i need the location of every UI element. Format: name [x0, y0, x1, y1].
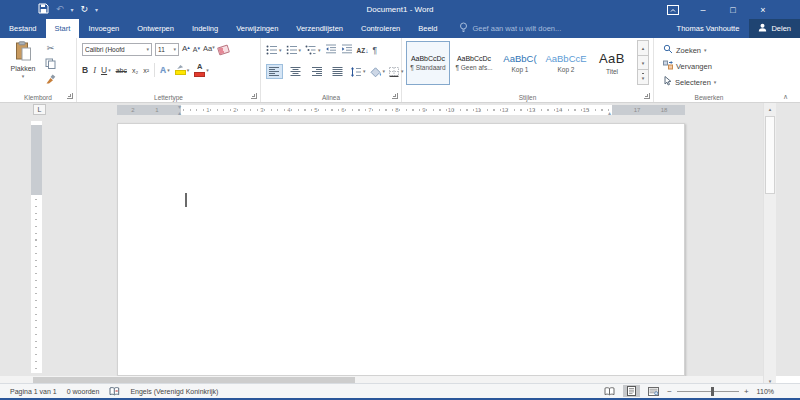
tab-verzendlijsten[interactable]: Verzendlijsten — [287, 19, 352, 38]
undo-icon[interactable]: ↶ — [56, 0, 64, 19]
increase-indent-icon[interactable] — [341, 44, 353, 56]
paste-label: Plakken — [11, 65, 36, 72]
superscript-button[interactable]: x² — [143, 67, 149, 74]
web-layout-icon[interactable] — [645, 385, 662, 397]
align-center-button[interactable] — [287, 64, 304, 79]
zoom-in-button[interactable]: + — [744, 387, 749, 396]
find-button[interactable]: Zoeken ▾ — [663, 44, 716, 56]
copy-icon[interactable] — [44, 58, 57, 69]
numbering-button[interactable]: ▾ — [286, 45, 302, 55]
stijlen-dialog-launcher-icon[interactable] — [644, 93, 650, 99]
tab-start[interactable]: Start — [46, 19, 80, 38]
redo-icon[interactable]: ↻ — [81, 0, 89, 19]
replace-button[interactable]: Vervangen — [663, 60, 716, 72]
italic-button[interactable]: I — [93, 65, 96, 75]
paragraph-controls-row-1: ▾ ▾ ▾ AZ↓ ¶ — [266, 44, 377, 56]
grow-font-button[interactable]: A▴ — [182, 45, 190, 54]
lightbulb-icon — [459, 22, 468, 35]
collapse-ribbon-icon[interactable]: ∧ — [783, 93, 788, 101]
tab-bestand[interactable]: Bestand — [0, 19, 46, 38]
minimize-button[interactable]: – — [688, 0, 718, 19]
vertical-scrollbar-thumb[interactable] — [765, 116, 775, 194]
tab-invoegen[interactable]: Invoegen — [79, 19, 128, 38]
styles-more-icon[interactable]: ▾ — [637, 69, 649, 85]
align-right-button[interactable] — [308, 64, 325, 79]
tab-selector[interactable]: L — [33, 104, 46, 115]
print-layout-icon[interactable] — [623, 385, 640, 397]
alinea-dialog-launcher-icon[interactable] — [392, 93, 398, 99]
style-titel[interactable]: AaB Titel — [590, 41, 634, 85]
vertical-ruler[interactable] — [31, 121, 42, 373]
style-standaard[interactable]: AaBbCcDc ¶ Standaard — [406, 41, 450, 85]
account-name[interactable]: Thomas Vanhoutte — [667, 19, 750, 38]
zoom-out-button[interactable]: − — [667, 387, 672, 396]
highlight-color-button[interactable]: ▾ — [175, 65, 190, 75]
font-name-combobox[interactable]: Calibri (Hoofd ▾ — [82, 43, 152, 56]
ruler-number: 9 — [422, 106, 425, 114]
customize-quick-access-icon[interactable]: ▾ — [95, 6, 98, 13]
justify-button[interactable] — [329, 64, 346, 79]
ribbon-display-options-icon[interactable] — [658, 0, 688, 19]
vertical-scrollbar[interactable]: ▴ ▾ — [763, 103, 776, 386]
shading-button[interactable]: ▾ — [370, 67, 386, 77]
tab-controleren[interactable]: Controleren — [352, 19, 409, 38]
ruler-number: 4 — [287, 106, 290, 114]
maximize-button[interactable]: □ — [718, 0, 748, 19]
undo-dropdown-icon[interactable]: ▾ — [71, 6, 74, 13]
save-icon[interactable] — [38, 3, 49, 16]
styles-scroll-down-icon[interactable]: ▾ — [637, 55, 649, 71]
underline-button[interactable]: U▾ — [101, 65, 111, 75]
change-case-button[interactable]: Aa▾ — [203, 45, 215, 53]
sort-icon[interactable]: AZ↓ — [357, 47, 369, 54]
share-button[interactable]: Delen — [749, 19, 800, 38]
font-controls-row-1: Calibri (Hoofd ▾ 11 ▾ A▴ A▾ Aa▾ — [82, 43, 229, 56]
tab-indeling[interactable]: Indeling — [183, 19, 227, 38]
tab-ontwerpen[interactable]: Ontwerpen — [128, 19, 183, 38]
zoom-slider[interactable] — [677, 391, 739, 392]
tab-beeld[interactable]: Beeld — [409, 19, 446, 38]
zoom-slider-thumb[interactable] — [711, 387, 714, 396]
proofing-book-icon[interactable] — [109, 387, 120, 396]
document-page[interactable] — [117, 123, 685, 376]
clear-formatting-icon[interactable] — [217, 44, 230, 55]
klembord-dialog-launcher-icon[interactable] — [67, 93, 73, 99]
paste-button[interactable]: Plakken ▾ — [6, 41, 40, 87]
styles-scroll-up-icon[interactable]: ▴ — [637, 40, 649, 56]
font-color-button[interactable]: A ▾ — [194, 63, 209, 77]
font-size-combobox[interactable]: 11 ▾ — [155, 43, 179, 56]
cut-icon[interactable]: ✂ — [44, 43, 57, 54]
style-kop-2[interactable]: AaBbCcE Kop 2 — [544, 41, 588, 85]
font-size-dropdown-icon[interactable]: ▾ — [173, 47, 176, 52]
align-left-button[interactable] — [266, 64, 283, 79]
line-spacing-button[interactable]: ▾ — [350, 67, 366, 77]
language-indicator[interactable]: Engels (Verenigd Koninkrijk) — [130, 388, 218, 395]
format-painter-icon[interactable] — [44, 73, 57, 84]
paste-dropdown-icon[interactable]: ▾ — [22, 74, 25, 79]
decrease-indent-icon[interactable] — [325, 44, 337, 56]
tell-me-box[interactable]: Geef aan wat u wilt doen... — [459, 19, 561, 38]
shrink-font-button[interactable]: A▾ — [193, 46, 200, 54]
multilevel-list-button[interactable]: ▾ — [305, 45, 321, 55]
strikethrough-button[interactable]: abc — [116, 67, 127, 74]
style-geen-afstand[interactable]: AaBbCcDc ¶ Geen afs... — [452, 41, 496, 85]
tab-verwijzingen[interactable]: Verwijzingen — [227, 19, 287, 38]
lettertype-dialog-launcher-icon[interactable] — [251, 93, 257, 99]
right-indent-marker[interactable]: ▴ — [608, 110, 611, 116]
word-count[interactable]: 0 woorden — [67, 388, 100, 395]
read-mode-icon[interactable] — [601, 385, 618, 397]
text-effects-button[interactable]: A▾ — [160, 65, 170, 75]
page-indicator[interactable]: Pagina 1 van 1 — [10, 388, 57, 395]
zoom-level[interactable]: 110% — [757, 388, 774, 395]
ruler-number: 18 — [661, 106, 668, 114]
horizontal-ruler[interactable]: 211234567891011121314151718 ▾ ▴ ▴ — [117, 105, 685, 115]
hanging-indent-marker[interactable]: ▴ — [178, 110, 181, 116]
bold-button[interactable]: B — [82, 65, 88, 75]
subscript-button[interactable]: x₂ — [132, 67, 138, 74]
style-kop-1[interactable]: AaBbC( Kop 1 — [498, 41, 542, 85]
show-formatting-marks-icon[interactable]: ¶ — [372, 45, 377, 55]
scroll-up-icon[interactable]: ▴ — [764, 103, 776, 114]
bullets-button[interactable]: ▾ — [266, 45, 282, 55]
close-button[interactable]: × — [748, 0, 778, 19]
select-button[interactable]: Selecteren ▾ — [663, 76, 716, 88]
font-name-dropdown-icon[interactable]: ▾ — [146, 47, 149, 52]
